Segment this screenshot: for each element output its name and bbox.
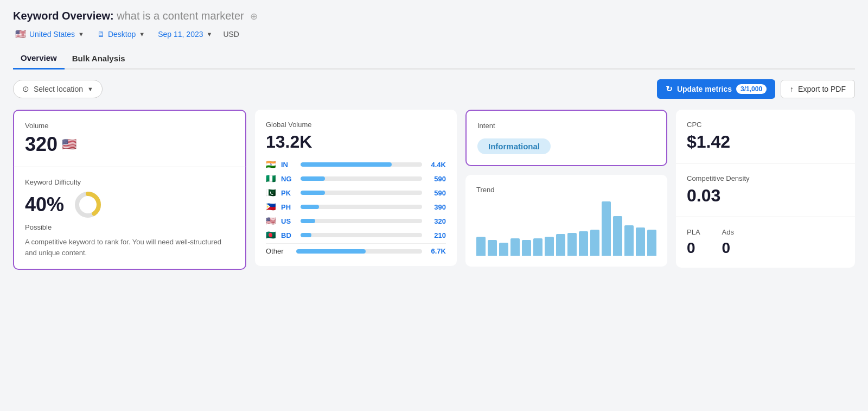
volume-flag-icon: 🇺🇸: [62, 137, 76, 151]
ads-value: 0: [722, 239, 734, 257]
trend-bar: [556, 234, 565, 256]
toolbar-row: ⊙ Select location ▼ ↻ Update metrics 3/1…: [13, 79, 855, 99]
update-metrics-button[interactable]: ↻ Update metrics 3/1,000: [657, 79, 775, 99]
trend-bar: [488, 240, 497, 256]
country-bar-track: [301, 191, 422, 195]
export-label: Export to PDF: [798, 85, 846, 93]
add-icon[interactable]: ⊕: [250, 11, 258, 22]
select-location-label: Select location: [34, 85, 83, 93]
cd-label: Competitive Density: [687, 174, 844, 182]
ads-label: Ads: [722, 228, 734, 236]
other-bar-track: [296, 249, 422, 254]
cpc-section: CPC $1.42: [676, 110, 855, 163]
select-location-button[interactable]: ⊙ Select location ▼: [13, 80, 103, 98]
refresh-icon: ↻: [666, 84, 673, 94]
location-label: United States: [29, 30, 75, 39]
volume-label: Volume: [25, 122, 234, 130]
trend-bar: [602, 201, 611, 256]
trend-bar: [624, 225, 634, 256]
trend-label: Trend: [476, 186, 656, 194]
country-row: 🇵🇰 PK 590: [266, 188, 446, 198]
device-icon: 🖥: [97, 30, 105, 39]
other-bar-fill: [296, 249, 366, 254]
country-flag-icon: 🇮🇳: [266, 160, 277, 169]
trend-bar: [579, 231, 588, 256]
kd-label: Keyword Difficulty: [25, 178, 234, 186]
location-pin-icon: ⊙: [22, 84, 29, 94]
country-row: 🇵🇭 PH 390: [266, 202, 446, 212]
trend-bar: [476, 237, 486, 256]
trend-bar: [510, 238, 520, 256]
device-selector[interactable]: 🖥 Desktop ▼: [95, 29, 147, 40]
country-bar-fill: [301, 162, 392, 167]
pla-value: 0: [687, 239, 700, 257]
update-metrics-counter: 3/1,000: [736, 84, 767, 94]
export-button[interactable]: ↑ Export to PDF: [781, 80, 855, 98]
country-bar-fill: [301, 191, 325, 195]
volume-value: 320 🇺🇸: [25, 133, 234, 156]
country-bar-track: [301, 233, 422, 237]
update-metrics-label: Update metrics: [677, 85, 732, 93]
page-title: Keyword Overview: what is a content mark…: [13, 10, 855, 22]
country-code: BD: [281, 231, 296, 239]
trend-bars: [476, 201, 656, 256]
country-flag-icon: 🇳🇬: [266, 174, 277, 184]
trend-card: Trend: [465, 175, 667, 267]
keyword-difficulty-card: Keyword Difficulty 40% Possible A compet…: [13, 167, 246, 270]
country-flag-icon: 🇵🇭: [266, 202, 277, 212]
country-count: 320: [426, 217, 446, 225]
toolbar-right: ↻ Update metrics 3/1,000 ↑ Export to PDF: [657, 79, 855, 99]
country-code: US: [281, 217, 296, 225]
page-wrapper: Keyword Overview: what is a content mark…: [0, 0, 868, 411]
trend-bar: [647, 230, 656, 256]
pla-ads-section: PLA 0 Ads 0: [676, 217, 855, 268]
date-selector[interactable]: Sep 11, 2023 ▼: [156, 29, 214, 40]
cd-section: Competitive Density 0.03: [676, 163, 855, 217]
currency-label: USD: [223, 30, 239, 39]
country-count: 590: [426, 189, 446, 197]
device-label: Desktop: [108, 30, 136, 39]
export-icon: ↑: [790, 85, 794, 93]
tab-bulk-analysis[interactable]: Bulk Analysis: [65, 49, 133, 68]
country-bar-fill: [301, 233, 311, 237]
trend-bar: [636, 227, 645, 256]
country-row: 🇧🇩 BD 210: [266, 230, 446, 240]
trend-bar: [522, 240, 531, 256]
trend-bar: [567, 233, 577, 256]
cpc-value: $1.42: [687, 132, 844, 152]
country-bar-fill: [301, 219, 315, 223]
intent-card: Intent Informational: [465, 110, 667, 166]
trend-bar: [545, 237, 554, 256]
global-volume-card: Global Volume 13.2K 🇮🇳 IN 4.4K 🇳🇬 NG 590…: [255, 110, 457, 266]
country-bar-track: [301, 162, 422, 167]
country-bar-track: [301, 219, 422, 223]
right-column: CPC $1.42 Competitive Density 0.03 PLA 0…: [676, 110, 855, 268]
cpc-label: CPC: [687, 121, 844, 129]
trend-bar: [533, 238, 542, 256]
global-volume-value: 13.2K: [266, 132, 446, 152]
tab-overview[interactable]: Overview: [13, 49, 65, 69]
country-code: PH: [281, 203, 296, 211]
location-selector[interactable]: 🇺🇸 United States ▼: [13, 28, 86, 40]
header-controls: 🇺🇸 United States ▼ 🖥 Desktop ▼ Sep 11, 2…: [13, 28, 855, 40]
pla-item: PLA 0: [687, 228, 700, 257]
date-label: Sep 11, 2023: [158, 30, 203, 39]
tabs-row: Overview Bulk Analysis: [13, 49, 855, 69]
other-count: 6.7K: [426, 247, 446, 255]
device-chevron-icon: ▼: [139, 31, 145, 37]
country-flag-icon: 🇺🇸: [266, 216, 277, 226]
country-bar-fill: [301, 205, 319, 209]
metrics-grid: Volume 320 🇺🇸 Keyword Difficulty 40%: [13, 110, 855, 270]
kd-description: A competitive keyword to rank for. You w…: [25, 237, 234, 258]
left-column: Volume 320 🇺🇸 Keyword Difficulty 40%: [13, 110, 246, 270]
trend-bar: [590, 230, 599, 256]
country-bar-track: [301, 176, 422, 181]
country-count: 390: [426, 203, 446, 211]
country-flag-icon: 🇧🇩: [266, 230, 277, 240]
kd-row: 40%: [25, 189, 234, 220]
trend-bar: [613, 216, 622, 256]
country-bar-track: [301, 205, 422, 209]
kd-possible-label: Possible: [25, 223, 234, 231]
other-label: Other: [266, 247, 292, 255]
country-code: NG: [281, 175, 296, 183]
